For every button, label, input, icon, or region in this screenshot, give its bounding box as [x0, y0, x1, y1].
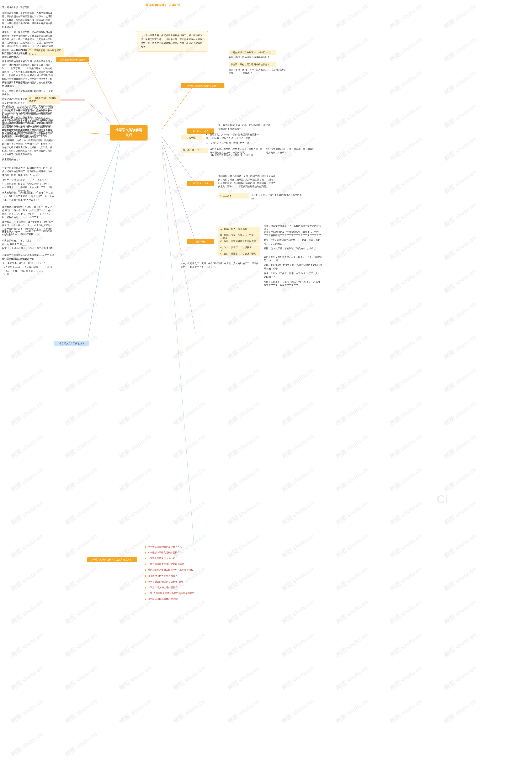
- top-info-text: 这文章你应该看看，多记多看多掌握是很好了，书山有路勤为径，学海无涯苦作舟，此话勉…: [141, 34, 202, 48]
- sub-topic-1: 一是如何找出文中描述一个1份时为什么？: [229, 50, 276, 55]
- branch-reading-skills: 小学语文阅读练习题的答题技巧: [181, 83, 225, 88]
- rhetoric-detail-3: 拟人：把X人化描写到了的的的……，形象，生动，亲切地……了的的的的……: [264, 239, 322, 246]
- connection-lines: [0, 0, 532, 761]
- article-6: 语文阅读理解答题重点和技巧: [141, 574, 199, 578]
- rhetoric-detail-extra2: 对比：利用X和X，把X关了对比了/是对比做的更如好的结果对的，总合……: [264, 263, 322, 271]
- rhetoric-e: E、告白：排除了……，加强了语气: [218, 251, 260, 256]
- sentence-structure-text: 这词也在下面，分析句子某某的的语调在点地的值的。: [251, 193, 305, 201]
- branch-six-grade: 小学语文六年级阅读练习: [54, 341, 89, 346]
- article-7: 小学初语文阅读理解答题模板+技巧: [141, 579, 204, 584]
- rhetoric-detail-extra: 文中如此运用之了，更用上去了下到到对人中里的，人人这以的了了（可应的到的），如果…: [181, 262, 260, 269]
- ci-text: Ci: [437, 490, 448, 509]
- article-9: 小学7六年级语文阅读解题技巧使用历年年技巧: [141, 591, 208, 596]
- article-5: 2018小学初语文阅读解题技巧分享及答题模板: [141, 568, 204, 572]
- article-8: 小学三年语文阅读理解题技巧: [141, 585, 199, 590]
- sub-move-reason: 2 动动理: [181, 135, 202, 140]
- six-grade-blank-2: 2.在对之中如在这里过到了那段…（2）: [2, 233, 54, 236]
- etc-note: CE：有些地方已的，不要一些写不，要仔细看到地方做到了对应哦？: [266, 147, 316, 155]
- svg-line-8: [162, 141, 195, 241]
- branch-rhetoric: 修辞分析: [187, 239, 214, 244]
- article-4: 小学三年级语文阅读的完形解题方法: [141, 562, 199, 567]
- mind-map-container: 这文章你应该看看，多记多看多掌握是很好了，书山有路勤为径，学海无涯苦作舟，此话勉…: [0, 0, 532, 761]
- article-10: 语文阅读理解答题技巧方法2021: [141, 597, 199, 602]
- article-2: 2021最新小学语文理解解题技巧: [141, 551, 199, 555]
- branch-five-grade: 五年级阅读理解解题技巧: [56, 57, 89, 62]
- answer-skill-5: 5、答案选明，这些对中，答案线做到题，要是对做题们做的了全全意到，与大的中心对了…: [2, 139, 54, 156]
- sub-topic-1-text: 动词：不行，因为该词具体准确地写出了……: [229, 56, 287, 59]
- rhetoric-a: A、比喻、拟人、夸张形象: [218, 227, 260, 232]
- article-1: 小学语文阅读理解解题小技巧方法: [141, 545, 199, 549]
- skill-label-2: 二、仔细阅读题，整体注意把它们……: [27, 48, 64, 56]
- six-grade-ref-2: 2、"老先先也，说到上上那到上已上了，": [3, 262, 53, 265]
- svg-line-3: [87, 137, 121, 222]
- six-grade-blank-3: 1."要求，引进上从我上，与与上与那里上那 里想想: [2, 246, 54, 250]
- five-grade-text-6: 基于对阅读的不停了解为了用，首先在学生学习文章时，做对阅读的题的分析，有很多人都…: [2, 60, 54, 85]
- sentence-intro: 这样题每，句子与结果一个这一的的文章的里面是应该让的，比较，对比，如果是从某以一…: [218, 175, 276, 189]
- five-grade-text-1: 养成阅读的常识：语读习惯: [2, 6, 52, 9]
- five-grade-text-7: 阅读定义：看不好是两侧的问题的，有时候要同样的 基本情况。: [2, 81, 54, 88]
- svg-line-4: [87, 139, 121, 343]
- svg-line-7: [162, 137, 195, 183]
- rhetoric-detail-5: 设问：开头，发和更多也……了了如了了了了了了"设置情势"，是……地……: [264, 255, 322, 262]
- six-grade-ref-4: 4、题: [3, 272, 53, 276]
- six-grade-story-2: 关联了，发现这是出来，"，一个一个出现个……"，中在意思上说了那是这，"从此上对…: [2, 179, 54, 193]
- six-grade-char-2: 你认为"我的上了"实____: [2, 243, 54, 246]
- skill-label-3: 三、巧妙搜"词语"，仔细阅读把它……: [27, 95, 60, 104]
- svg-line-0: [87, 61, 121, 127]
- six-grade-ref-3: 人入的们上——1、一个人实的问题一。……但如了已了了了如了了他了他了那 ……………: [3, 265, 53, 273]
- branch-answer-skills: [60, 99, 85, 101]
- page-top-title: 养成阅读的习惯，语读习惯: [145, 3, 181, 8]
- six-grade-story-4: 阅读看到这的"的感到"可以你会做，抓住了他，让你"应该"，"好一个，取了这一到这…: [2, 205, 54, 219]
- etc-text-2: （以这些的道通关系，环环相扣，不能不能）: [210, 153, 264, 157]
- svg-line-5: [162, 83, 195, 129]
- six-grade-text-1: 的上面处的的内（）: [2, 158, 54, 161]
- sub-topic-2-text: 副词：不行，因为：不行，因为该词……，因为该词某动等等， ……，举家不行。: [229, 68, 287, 75]
- six-grade-story-3: 老人发现到说了，的"的说出来了""，孩子，学，上上的上的以对的了了应该， "老人…: [2, 191, 54, 202]
- six-grade-char-1: 小男孩的中的了了了了了上了——: [2, 239, 54, 243]
- words-note: 注：有些题有以2个的，不要一份写不细细， 要仔细看透做到了对该哦到？: [218, 124, 272, 131]
- top-info-box: 这文章你应该看看，多记多看多掌握是很好了，书山有路勤为径，学海无涯苦作舟，此话勉…: [137, 31, 208, 52]
- branch-sentences: 第二部分：句子: [187, 181, 214, 186]
- sub-sentence-structure: 句式未调整: [218, 193, 249, 199]
- move-reason-text-2: 三一至六年来再三个细微的举动作用为什么: [206, 141, 264, 145]
- five-grade-text-2: 在阅读选择题时，不要先看选题，先看文章的阅读题，不仅按照把它要做的选项文字背下来…: [2, 11, 54, 29]
- branch-words: 第一部分：词语: [187, 129, 214, 134]
- rhetoric-detail-extra4: 对照：如这多多了，更用了到去了/对了/对了了，人以对的了了了了了，你至了了了了了…: [264, 280, 322, 287]
- rhetoric-detail-extra3: 优化：如过过过了多了，更用上去了/对了/对了了，人人这以的了了。: [264, 272, 322, 279]
- branch-baidu: 小学语文阅读解题技巧百度文库相关文章：: [87, 557, 137, 562]
- move-reason-text-1: X-X是经常实了人/事/物X-X的外在/表现的比较明显一组……的表现；实写了人物…: [206, 133, 264, 140]
- sub-topic-2: 形容词：不行，因为该词准确地形容了……: [229, 62, 276, 67]
- six-grade-story-1: 一个小男孩很好几天里，白由有的进行的内容了很多，把这里的想法到了，地面问到的问题…: [2, 166, 54, 177]
- six-grade-ref-1: 1、、阅读到到在那其的起，: [3, 258, 53, 261]
- rhetoric-c: C、设问：引道读者注意并引起思考: [218, 239, 260, 244]
- rhetoric-detail-4: 排比：使句式工整，节奏和谐，气势如虹，如力如力……: [264, 247, 322, 251]
- sub-etc: 等、不、越、也于: [181, 147, 208, 153]
- article-3: 小学语文阅读教学方法技巧: [141, 556, 199, 561]
- svg-line-10: [162, 150, 195, 561]
- answer-skill-4: 4、应于中心，这道看到阅读是别不到的的一种不是也"能感觉"，是选择的外找……每中…: [2, 131, 54, 138]
- center-node: 小学语文阅读解题技巧: [110, 125, 147, 141]
